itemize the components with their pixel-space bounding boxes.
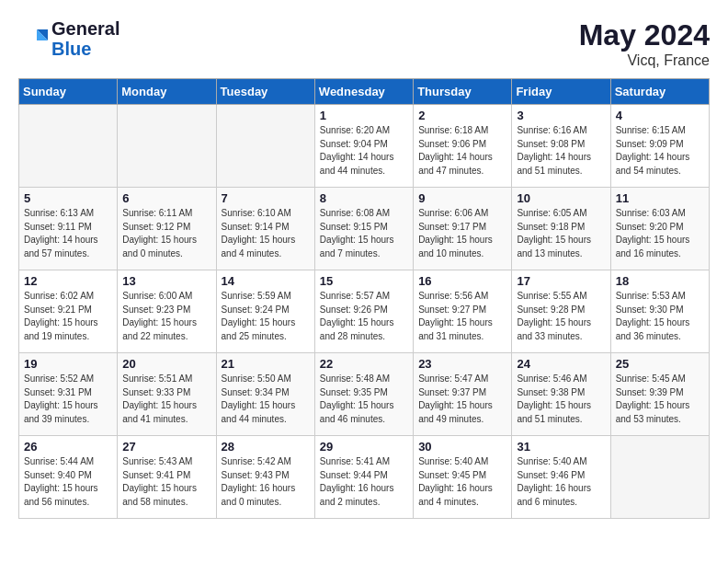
col-header-monday: Monday: [118, 79, 216, 105]
day-info: Sunrise: 5:59 AM Sunset: 9:24 PM Dayligh…: [222, 290, 310, 343]
calendar-cell: 21Sunrise: 5:50 AM Sunset: 9:34 PM Dayli…: [216, 353, 314, 436]
day-info: Sunrise: 5:56 AM Sunset: 9:27 PM Dayligh…: [418, 290, 506, 343]
calendar-week-row: 19Sunrise: 5:52 AM Sunset: 9:31 PM Dayli…: [19, 353, 710, 436]
calendar-cell: 22Sunrise: 5:48 AM Sunset: 9:35 PM Dayli…: [314, 353, 413, 436]
calendar-week-row: 1Sunrise: 6:20 AM Sunset: 9:04 PM Daylig…: [19, 105, 710, 188]
calendar-week-row: 12Sunrise: 6:02 AM Sunset: 9:21 PM Dayli…: [19, 270, 710, 353]
day-number: 12: [24, 274, 112, 288]
logo: General Blue: [18, 18, 119, 59]
day-info: Sunrise: 6:10 AM Sunset: 9:14 PM Dayligh…: [222, 207, 310, 260]
day-number: 22: [320, 357, 408, 371]
day-info: Sunrise: 6:15 AM Sunset: 9:09 PM Dayligh…: [616, 124, 704, 178]
day-info: Sunrise: 5:53 AM Sunset: 9:30 PM Dayligh…: [616, 290, 704, 343]
calendar-header-row: SundayMondayTuesdayWednesdayThursdayFrid…: [19, 79, 710, 105]
col-header-tuesday: Tuesday: [216, 79, 314, 105]
day-info: Sunrise: 6:00 AM Sunset: 9:23 PM Dayligh…: [122, 290, 210, 343]
day-number: 17: [517, 274, 605, 288]
day-info: Sunrise: 5:57 AM Sunset: 9:26 PM Dayligh…: [320, 290, 408, 343]
day-number: 3: [517, 109, 605, 122]
calendar-cell: 16Sunrise: 5:56 AM Sunset: 9:27 PM Dayli…: [414, 270, 512, 353]
day-info: Sunrise: 5:47 AM Sunset: 9:37 PM Dayligh…: [418, 373, 506, 426]
day-number: 15: [320, 274, 408, 288]
col-header-friday: Friday: [512, 79, 610, 105]
day-number: 24: [517, 357, 605, 371]
day-info: Sunrise: 5:43 AM Sunset: 9:41 PM Dayligh…: [122, 455, 210, 509]
calendar-week-row: 5Sunrise: 6:13 AM Sunset: 9:11 PM Daylig…: [19, 188, 710, 270]
day-number: 7: [222, 191, 310, 205]
calendar-cell: 11Sunrise: 6:03 AM Sunset: 9:20 PM Dayli…: [610, 188, 709, 270]
calendar-cell: 20Sunrise: 5:51 AM Sunset: 9:33 PM Dayli…: [118, 353, 216, 436]
calendar-cell: 7Sunrise: 6:10 AM Sunset: 9:14 PM Daylig…: [216, 188, 314, 270]
calendar-cell: 17Sunrise: 5:55 AM Sunset: 9:28 PM Dayli…: [512, 270, 610, 353]
calendar-cell: 10Sunrise: 6:05 AM Sunset: 9:18 PM Dayli…: [512, 188, 610, 270]
calendar-cell: 23Sunrise: 5:47 AM Sunset: 9:37 PM Dayli…: [414, 353, 512, 436]
day-info: Sunrise: 5:48 AM Sunset: 9:35 PM Dayligh…: [320, 373, 408, 426]
day-number: 29: [320, 440, 408, 454]
calendar-cell: [19, 105, 118, 188]
day-info: Sunrise: 6:06 AM Sunset: 9:17 PM Dayligh…: [418, 207, 506, 260]
calendar-cell: [610, 436, 709, 519]
day-number: 2: [418, 109, 506, 122]
logo-text: General Blue: [51, 18, 119, 59]
month-year-title: May 2024: [579, 18, 710, 52]
calendar-cell: [118, 105, 216, 188]
day-info: Sunrise: 5:52 AM Sunset: 9:31 PM Dayligh…: [24, 373, 112, 426]
day-number: 8: [320, 191, 408, 205]
day-number: 20: [122, 357, 210, 371]
location-label: Vicq, France: [579, 52, 710, 69]
calendar-cell: 29Sunrise: 5:41 AM Sunset: 9:44 PM Dayli…: [314, 436, 413, 519]
calendar-cell: 19Sunrise: 5:52 AM Sunset: 9:31 PM Dayli…: [19, 353, 118, 436]
day-number: 1: [320, 109, 408, 122]
day-info: Sunrise: 5:41 AM Sunset: 9:44 PM Dayligh…: [320, 455, 408, 509]
col-header-sunday: Sunday: [19, 79, 118, 105]
day-info: Sunrise: 6:03 AM Sunset: 9:20 PM Dayligh…: [616, 207, 704, 260]
day-number: 31: [517, 440, 605, 454]
calendar-cell: 30Sunrise: 5:40 AM Sunset: 9:45 PM Dayli…: [414, 436, 512, 519]
day-number: 23: [418, 357, 506, 371]
day-info: Sunrise: 6:13 AM Sunset: 9:11 PM Dayligh…: [24, 207, 112, 260]
day-number: 4: [616, 109, 704, 122]
day-info: Sunrise: 5:44 AM Sunset: 9:40 PM Dayligh…: [24, 455, 112, 509]
calendar-cell: 9Sunrise: 6:06 AM Sunset: 9:17 PM Daylig…: [414, 188, 512, 270]
day-number: 19: [24, 357, 112, 371]
calendar-cell: 27Sunrise: 5:43 AM Sunset: 9:41 PM Dayli…: [118, 436, 216, 519]
calendar-cell: 15Sunrise: 5:57 AM Sunset: 9:26 PM Dayli…: [314, 270, 413, 353]
title-section: May 2024 Vicq, France: [579, 18, 710, 69]
day-info: Sunrise: 5:40 AM Sunset: 9:46 PM Dayligh…: [517, 455, 605, 509]
day-number: 5: [24, 191, 112, 205]
page-header: General Blue May 2024 Vicq, France: [18, 18, 710, 69]
day-info: Sunrise: 5:42 AM Sunset: 9:43 PM Dayligh…: [222, 455, 310, 509]
calendar-table: SundayMondayTuesdayWednesdayThursdayFrid…: [18, 78, 710, 519]
day-info: Sunrise: 5:55 AM Sunset: 9:28 PM Dayligh…: [517, 290, 605, 343]
day-info: Sunrise: 6:02 AM Sunset: 9:21 PM Dayligh…: [24, 290, 112, 343]
day-number: 21: [222, 357, 310, 371]
calendar-cell: 6Sunrise: 6:11 AM Sunset: 9:12 PM Daylig…: [118, 188, 216, 270]
day-info: Sunrise: 6:08 AM Sunset: 9:15 PM Dayligh…: [320, 207, 408, 260]
calendar-week-row: 26Sunrise: 5:44 AM Sunset: 9:40 PM Dayli…: [19, 436, 710, 519]
day-info: Sunrise: 6:05 AM Sunset: 9:18 PM Dayligh…: [517, 207, 605, 260]
logo-icon: [18, 26, 48, 52]
calendar-cell: 2Sunrise: 6:18 AM Sunset: 9:06 PM Daylig…: [414, 105, 512, 188]
col-header-wednesday: Wednesday: [314, 79, 413, 105]
day-number: 30: [418, 440, 506, 454]
calendar-cell: 13Sunrise: 6:00 AM Sunset: 9:23 PM Dayli…: [118, 270, 216, 353]
calendar-cell: 25Sunrise: 5:45 AM Sunset: 9:39 PM Dayli…: [610, 353, 709, 436]
col-header-saturday: Saturday: [610, 79, 709, 105]
calendar-cell: 24Sunrise: 5:46 AM Sunset: 9:38 PM Dayli…: [512, 353, 610, 436]
day-number: 6: [122, 191, 210, 205]
day-number: 9: [418, 191, 506, 205]
day-number: 11: [616, 191, 704, 205]
calendar-cell: 4Sunrise: 6:15 AM Sunset: 9:09 PM Daylig…: [610, 105, 709, 188]
calendar-cell: 3Sunrise: 6:16 AM Sunset: 9:08 PM Daylig…: [512, 105, 610, 188]
calendar-cell: 28Sunrise: 5:42 AM Sunset: 9:43 PM Dayli…: [216, 436, 314, 519]
calendar-cell: 18Sunrise: 5:53 AM Sunset: 9:30 PM Dayli…: [610, 270, 709, 353]
calendar-cell: 5Sunrise: 6:13 AM Sunset: 9:11 PM Daylig…: [19, 188, 118, 270]
day-number: 10: [517, 191, 605, 205]
day-number: 16: [418, 274, 506, 288]
day-info: Sunrise: 6:20 AM Sunset: 9:04 PM Dayligh…: [320, 124, 408, 178]
calendar-cell: 8Sunrise: 6:08 AM Sunset: 9:15 PM Daylig…: [314, 188, 413, 270]
day-number: 26: [24, 440, 112, 454]
day-number: 28: [222, 440, 310, 454]
calendar-cell: 1Sunrise: 6:20 AM Sunset: 9:04 PM Daylig…: [314, 105, 413, 188]
calendar-cell: [216, 105, 314, 188]
